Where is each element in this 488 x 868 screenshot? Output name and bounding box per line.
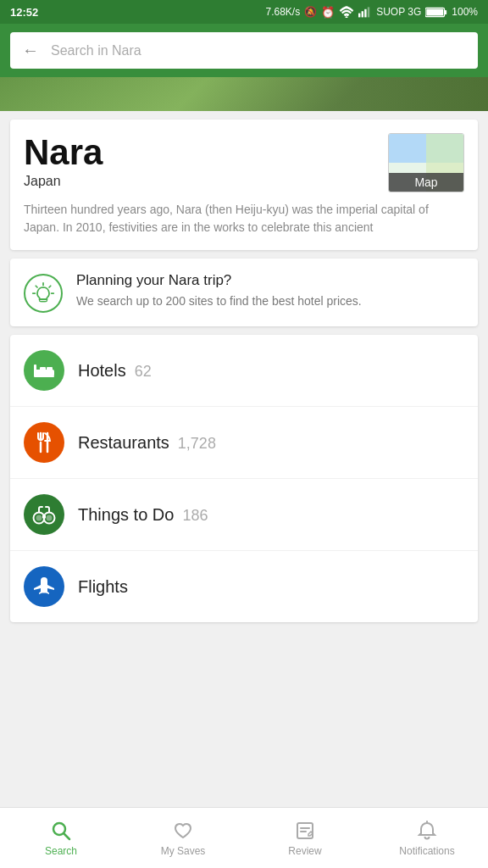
my-saves-nav-label: My Saves xyxy=(161,845,206,857)
content-area: Nara Japan Map Thirteen hundred years ag… xyxy=(0,120,488,698)
binoculars-icon xyxy=(32,504,56,525)
lightbulb-icon xyxy=(31,281,55,305)
hotels-count: 62 xyxy=(135,363,152,381)
promo-icon xyxy=(24,274,63,313)
review-nav-icon xyxy=(294,820,316,842)
list-item-hotels[interactable]: Hotels 62 xyxy=(10,335,478,407)
list-item-things[interactable]: Things to Do 186 xyxy=(10,479,478,551)
city-country: Japan xyxy=(24,174,103,189)
promo-text: Planning your Nara trip? We search up to… xyxy=(76,272,362,310)
fork-knife-icon xyxy=(34,431,54,453)
restaurants-label: Restaurants xyxy=(78,433,169,453)
battery-icon xyxy=(425,7,447,18)
svg-rect-17 xyxy=(40,367,46,371)
alarm-icon: ⏰ xyxy=(321,6,335,19)
bottom-nav: Search My Saves Review Notifications xyxy=(0,807,488,868)
map-quadrant-1 xyxy=(389,134,426,163)
svg-rect-2 xyxy=(362,11,363,17)
restaurants-count: 1,728 xyxy=(178,435,216,453)
nav-item-review[interactable]: Review xyxy=(244,808,366,868)
list-item-restaurants[interactable]: Restaurants 1,728 xyxy=(10,407,478,479)
search-nav-icon xyxy=(50,820,72,842)
restaurants-icon xyxy=(24,422,64,463)
list-item-flights[interactable]: Flights xyxy=(10,551,478,622)
hotels-label: Hotels xyxy=(78,361,126,381)
map-quadrant-2 xyxy=(426,134,463,163)
hotel-promo-card[interactable]: Planning your Nara trip? We search up to… xyxy=(10,259,478,326)
svg-point-26 xyxy=(47,515,53,521)
status-time: 12:52 xyxy=(10,6,38,19)
svg-point-0 xyxy=(346,16,348,18)
svg-rect-4 xyxy=(368,7,369,17)
map-thumbnail[interactable]: Map xyxy=(388,133,464,192)
carrier: SUOP 3G xyxy=(376,6,421,18)
svg-point-24 xyxy=(36,515,42,521)
promo-title: Planning your Nara trip? xyxy=(76,272,362,289)
things-text: Things to Do 186 xyxy=(78,505,208,525)
network-speed: 7.68K/s xyxy=(265,6,300,18)
svg-line-11 xyxy=(36,286,37,287)
nav-item-notifications[interactable]: Notifications xyxy=(366,808,488,868)
back-arrow-icon[interactable]: ← xyxy=(22,41,39,60)
status-right: 7.68K/s 🔕 ⏰ SUOP 3G 100% xyxy=(265,6,478,19)
mute-icon: 🔕 xyxy=(304,6,317,18)
notifications-nav-label: Notifications xyxy=(399,845,454,857)
svg-line-29 xyxy=(64,833,70,839)
svg-line-9 xyxy=(49,286,51,287)
search-input[interactable]: Search in Nara xyxy=(51,43,466,58)
search-bar-container: ← Search in Nara xyxy=(0,24,488,77)
things-icon xyxy=(24,494,64,535)
battery-percent: 100% xyxy=(452,6,478,18)
svg-rect-7 xyxy=(445,9,447,14)
review-nav-label: Review xyxy=(288,845,321,857)
flights-label: Flights xyxy=(78,577,128,597)
svg-rect-1 xyxy=(358,14,360,18)
wifi-icon xyxy=(339,6,354,18)
flights-text: Flights xyxy=(78,577,136,597)
svg-rect-27 xyxy=(42,515,46,518)
hotels-icon xyxy=(24,350,64,391)
city-description: Thirteen hundred years ago, Nara (then H… xyxy=(24,201,464,236)
city-name: Nara xyxy=(24,133,103,172)
bell-nav-icon xyxy=(416,820,438,842)
airplane-icon xyxy=(32,575,56,598)
flights-icon xyxy=(24,566,64,607)
city-info-left: Nara Japan xyxy=(24,133,103,198)
hotels-text: Hotels 62 xyxy=(78,361,152,381)
category-list: Hotels 62 Restaurants 1,728 xyxy=(10,335,478,622)
svg-rect-16 xyxy=(34,364,36,376)
nav-item-my-saves[interactable]: My Saves xyxy=(122,808,244,868)
svg-rect-6 xyxy=(427,8,444,15)
svg-rect-19 xyxy=(34,376,54,377)
heart-nav-icon xyxy=(172,820,194,842)
promo-description: We search up to 200 sites to find the be… xyxy=(76,293,362,310)
signal-icon xyxy=(358,6,372,18)
svg-rect-18 xyxy=(47,367,53,371)
bed-icon xyxy=(33,361,55,380)
things-count: 186 xyxy=(182,507,208,525)
city-card-top: Nara Japan Map xyxy=(24,133,464,198)
search-bar[interactable]: ← Search in Nara xyxy=(10,32,478,69)
city-info-card: Nara Japan Map Thirteen hundred years ag… xyxy=(10,120,478,250)
things-label: Things to Do xyxy=(78,505,174,525)
svg-rect-3 xyxy=(364,9,366,18)
hero-image xyxy=(0,77,488,111)
nav-item-search[interactable]: Search xyxy=(0,808,122,868)
restaurants-text: Restaurants 1,728 xyxy=(78,433,216,453)
search-nav-label: Search xyxy=(45,845,77,857)
map-label[interactable]: Map xyxy=(389,173,463,192)
status-bar: 12:52 7.68K/s 🔕 ⏰ SUOP 3G 100% xyxy=(0,0,488,24)
